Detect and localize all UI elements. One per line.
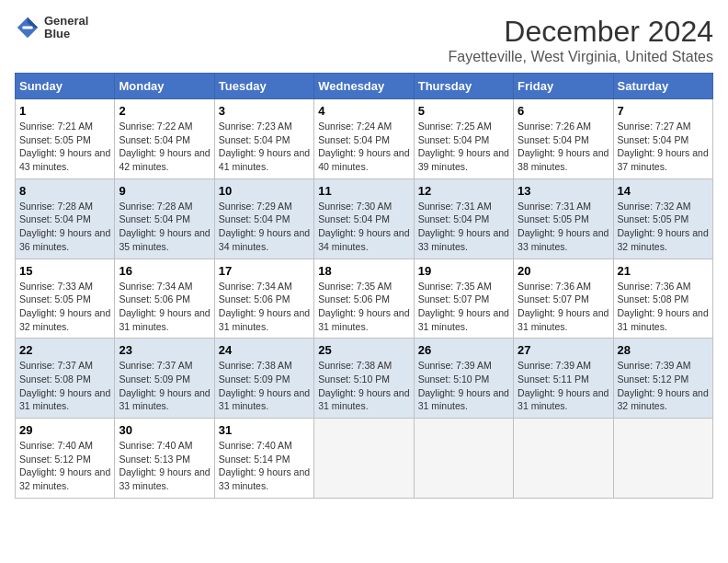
day-info: Sunrise: 7:23 AMSunset: 5:04 PMDaylight:… <box>219 120 310 174</box>
day-info: Sunrise: 7:29 AMSunset: 5:04 PMDaylight:… <box>219 200 310 254</box>
day-number: 20 <box>518 264 609 278</box>
calendar-cell: 19Sunrise: 7:35 AMSunset: 5:07 PMDayligh… <box>414 259 513 339</box>
day-number: 30 <box>119 423 210 437</box>
calendar-cell: 20Sunrise: 7:36 AMSunset: 5:07 PMDayligh… <box>514 259 613 339</box>
day-number: 27 <box>518 343 609 357</box>
title-area: December 2024 Fayetteville, West Virgini… <box>449 15 713 65</box>
week-row-4: 22Sunrise: 7:37 AMSunset: 5:08 PMDayligh… <box>16 339 713 419</box>
header-wednesday: Wednesday <box>314 74 414 99</box>
day-info: Sunrise: 7:21 AMSunset: 5:05 PMDaylight:… <box>19 120 110 174</box>
day-number: 24 <box>219 343 310 357</box>
logo-line1: General <box>44 15 88 28</box>
calendar-cell: 25Sunrise: 7:38 AMSunset: 5:10 PMDayligh… <box>314 339 414 419</box>
day-number: 15 <box>19 264 110 278</box>
day-number: 7 <box>618 104 709 118</box>
day-info: Sunrise: 7:37 AMSunset: 5:08 PMDaylight:… <box>19 359 110 413</box>
day-number: 13 <box>518 184 609 198</box>
header-sunday: Sunday <box>16 74 115 99</box>
calendar-header: SundayMondayTuesdayWednesdayThursdayFrid… <box>16 74 713 99</box>
day-info: Sunrise: 7:40 AMSunset: 5:12 PMDaylight:… <box>19 439 110 493</box>
calendar-cell: 29Sunrise: 7:40 AMSunset: 5:12 PMDayligh… <box>16 419 115 499</box>
calendar-cell: 6Sunrise: 7:26 AMSunset: 5:04 PMDaylight… <box>514 99 613 179</box>
calendar-cell: 15Sunrise: 7:33 AMSunset: 5:05 PMDayligh… <box>16 259 115 339</box>
calendar-cell: 2Sunrise: 7:22 AMSunset: 5:04 PMDaylight… <box>115 99 214 179</box>
day-number: 22 <box>19 343 110 357</box>
page-header: General Blue December 2024 Fayetteville,… <box>15 15 713 65</box>
calendar-cell: 24Sunrise: 7:38 AMSunset: 5:09 PMDayligh… <box>214 339 313 419</box>
day-info: Sunrise: 7:36 AMSunset: 5:07 PMDaylight:… <box>518 280 609 334</box>
calendar-cell: 4Sunrise: 7:24 AMSunset: 5:04 PMDaylight… <box>314 99 414 179</box>
day-number: 4 <box>318 104 409 118</box>
calendar-cell: 11Sunrise: 7:30 AMSunset: 5:04 PMDayligh… <box>314 178 414 259</box>
calendar-cell: 28Sunrise: 7:39 AMSunset: 5:12 PMDayligh… <box>613 339 712 419</box>
calendar-cell <box>414 419 513 499</box>
day-info: Sunrise: 7:38 AMSunset: 5:10 PMDaylight:… <box>318 359 409 413</box>
calendar-cell: 18Sunrise: 7:35 AMSunset: 5:06 PMDayligh… <box>314 259 414 339</box>
calendar-cell: 30Sunrise: 7:40 AMSunset: 5:13 PMDayligh… <box>115 419 214 499</box>
calendar-cell: 23Sunrise: 7:37 AMSunset: 5:09 PMDayligh… <box>115 339 214 419</box>
day-number: 31 <box>219 423 310 437</box>
logo-icon <box>15 15 40 40</box>
day-number: 23 <box>119 343 210 357</box>
day-number: 14 <box>618 184 709 198</box>
calendar-cell: 9Sunrise: 7:28 AMSunset: 5:04 PMDaylight… <box>115 178 214 259</box>
calendar-cell <box>314 419 414 499</box>
day-number: 10 <box>219 184 310 198</box>
day-number: 17 <box>219 264 310 278</box>
logo: General Blue <box>15 15 88 41</box>
day-info: Sunrise: 7:35 AMSunset: 5:07 PMDaylight:… <box>418 280 509 334</box>
day-info: Sunrise: 7:24 AMSunset: 5:04 PMDaylight:… <box>318 120 409 174</box>
day-info: Sunrise: 7:26 AMSunset: 5:04 PMDaylight:… <box>518 120 609 174</box>
calendar-cell: 8Sunrise: 7:28 AMSunset: 5:04 PMDaylight… <box>16 178 115 259</box>
calendar-cell: 21Sunrise: 7:36 AMSunset: 5:08 PMDayligh… <box>613 259 712 339</box>
header-friday: Friday <box>514 74 613 99</box>
calendar-table: SundayMondayTuesdayWednesdayThursdayFrid… <box>15 73 713 499</box>
day-number: 1 <box>19 104 110 118</box>
day-number: 25 <box>318 343 409 357</box>
day-info: Sunrise: 7:40 AMSunset: 5:14 PMDaylight:… <box>219 439 310 493</box>
calendar-title: December 2024 <box>449 15 713 49</box>
day-number: 16 <box>119 264 210 278</box>
day-info: Sunrise: 7:31 AMSunset: 5:04 PMDaylight:… <box>418 200 509 254</box>
day-number: 3 <box>219 104 310 118</box>
day-number: 5 <box>418 104 509 118</box>
day-info: Sunrise: 7:33 AMSunset: 5:05 PMDaylight:… <box>19 280 110 334</box>
header-monday: Monday <box>115 74 214 99</box>
day-info: Sunrise: 7:35 AMSunset: 5:06 PMDaylight:… <box>318 280 409 334</box>
calendar-cell: 3Sunrise: 7:23 AMSunset: 5:04 PMDaylight… <box>214 99 313 179</box>
day-info: Sunrise: 7:28 AMSunset: 5:04 PMDaylight:… <box>119 200 210 254</box>
calendar-cell: 1Sunrise: 7:21 AMSunset: 5:05 PMDaylight… <box>16 99 115 179</box>
calendar-cell <box>514 419 613 499</box>
calendar-cell: 17Sunrise: 7:34 AMSunset: 5:06 PMDayligh… <box>214 259 313 339</box>
day-info: Sunrise: 7:31 AMSunset: 5:05 PMDaylight:… <box>518 200 609 254</box>
calendar-cell: 22Sunrise: 7:37 AMSunset: 5:08 PMDayligh… <box>16 339 115 419</box>
week-row-5: 29Sunrise: 7:40 AMSunset: 5:12 PMDayligh… <box>16 419 713 499</box>
day-info: Sunrise: 7:39 AMSunset: 5:11 PMDaylight:… <box>518 359 609 413</box>
day-info: Sunrise: 7:34 AMSunset: 5:06 PMDaylight:… <box>219 280 310 334</box>
day-info: Sunrise: 7:27 AMSunset: 5:04 PMDaylight:… <box>618 120 709 174</box>
day-info: Sunrise: 7:40 AMSunset: 5:13 PMDaylight:… <box>119 439 210 493</box>
day-info: Sunrise: 7:36 AMSunset: 5:08 PMDaylight:… <box>618 280 709 334</box>
calendar-cell: 26Sunrise: 7:39 AMSunset: 5:10 PMDayligh… <box>414 339 513 419</box>
day-info: Sunrise: 7:22 AMSunset: 5:04 PMDaylight:… <box>119 120 210 174</box>
week-row-3: 15Sunrise: 7:33 AMSunset: 5:05 PMDayligh… <box>16 259 713 339</box>
day-info: Sunrise: 7:32 AMSunset: 5:05 PMDaylight:… <box>618 200 709 254</box>
week-row-1: 1Sunrise: 7:21 AMSunset: 5:05 PMDaylight… <box>16 99 713 179</box>
calendar-cell: 12Sunrise: 7:31 AMSunset: 5:04 PMDayligh… <box>414 178 513 259</box>
week-row-2: 8Sunrise: 7:28 AMSunset: 5:04 PMDaylight… <box>16 178 713 259</box>
day-number: 26 <box>418 343 509 357</box>
calendar-cell: 7Sunrise: 7:27 AMSunset: 5:04 PMDaylight… <box>613 99 712 179</box>
day-number: 2 <box>119 104 210 118</box>
calendar-cell <box>613 419 712 499</box>
day-number: 18 <box>318 264 409 278</box>
logo-line2: Blue <box>44 28 88 40</box>
day-number: 11 <box>318 184 409 198</box>
day-info: Sunrise: 7:25 AMSunset: 5:04 PMDaylight:… <box>418 120 509 174</box>
day-number: 19 <box>418 264 509 278</box>
day-info: Sunrise: 7:38 AMSunset: 5:09 PMDaylight:… <box>219 359 310 413</box>
day-info: Sunrise: 7:28 AMSunset: 5:04 PMDaylight:… <box>19 200 110 254</box>
day-number: 12 <box>418 184 509 198</box>
calendar-cell: 27Sunrise: 7:39 AMSunset: 5:11 PMDayligh… <box>514 339 613 419</box>
day-info: Sunrise: 7:39 AMSunset: 5:10 PMDaylight:… <box>418 359 509 413</box>
calendar-cell: 16Sunrise: 7:34 AMSunset: 5:06 PMDayligh… <box>115 259 214 339</box>
